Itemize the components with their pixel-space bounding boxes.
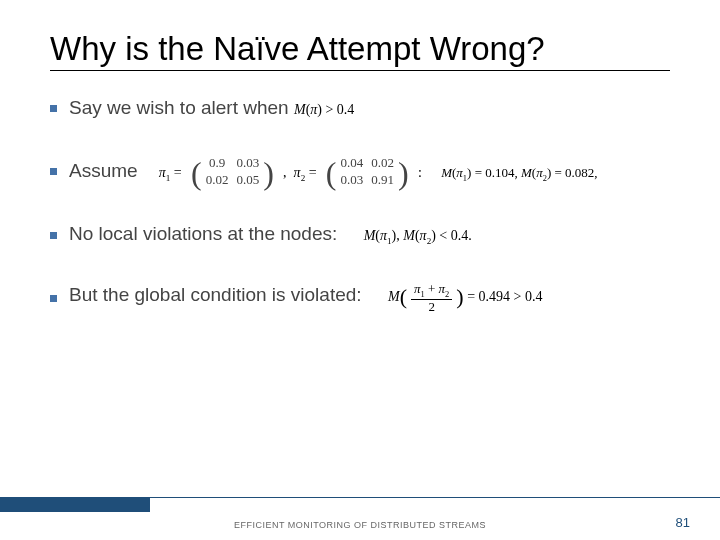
footer-bar (0, 498, 150, 512)
bullet-4-expr: M(π1 + π22) = 0.494 > 0.4 (388, 289, 542, 304)
bullet-2-pre: Assume (69, 160, 138, 181)
bullet-3: No local violations at the nodes: M(π1),… (50, 222, 670, 248)
bullet-icon (50, 295, 57, 302)
bullet-1-pre: Say we wish to alert when (69, 97, 294, 118)
matrix-2: ( 0.040.03 0.020.91 ) (326, 155, 409, 189)
bullet-3-expr: M(π1), M(π2) < 0.4. (364, 228, 472, 243)
footer-text: EFFICIENT MONITORING OF DISTRIBUTED STRE… (0, 520, 720, 530)
slide: Why is the Naïve Attempt Wrong? Say we w… (0, 0, 720, 540)
bullet-4: But the global condition is violated: M(… (50, 282, 670, 314)
bullet-4-pre: But the global condition is violated: (69, 284, 362, 305)
matrix-1: ( 0.90.02 0.030.05 ) (191, 155, 274, 189)
bullet-1-text: Say we wish to alert when M(π) > 0.4 (69, 96, 354, 121)
bullet-1: Say we wish to alert when M(π) > 0.4 (50, 96, 670, 121)
bullet-3-text: No local violations at the nodes: M(π1),… (69, 222, 472, 248)
bullet-icon (50, 168, 57, 175)
bullet-icon (50, 105, 57, 112)
slide-title: Why is the Naïve Attempt Wrong? (50, 30, 670, 70)
bullet-2: Assume π1 = ( 0.90.02 0.030.05 ) , π2 = … (50, 155, 670, 189)
m-values: M(π1) = 0.104, M(π2) = 0.082, (441, 165, 597, 180)
slide-body: Say we wish to alert when M(π) > 0.4 Ass… (50, 96, 670, 314)
title-rule (50, 70, 670, 71)
bullet-4-text: But the global condition is violated: M(… (69, 282, 542, 314)
bullet-2-text: Assume π1 = ( 0.90.02 0.030.05 ) , π2 = … (69, 155, 598, 189)
bullet-3-pre: No local violations at the nodes: (69, 223, 337, 244)
page-number: 81 (676, 515, 690, 530)
pi1-def: π1 = (159, 165, 182, 180)
bullet-icon (50, 232, 57, 239)
bullet-1-expr: M(π) > 0.4 (294, 102, 354, 117)
